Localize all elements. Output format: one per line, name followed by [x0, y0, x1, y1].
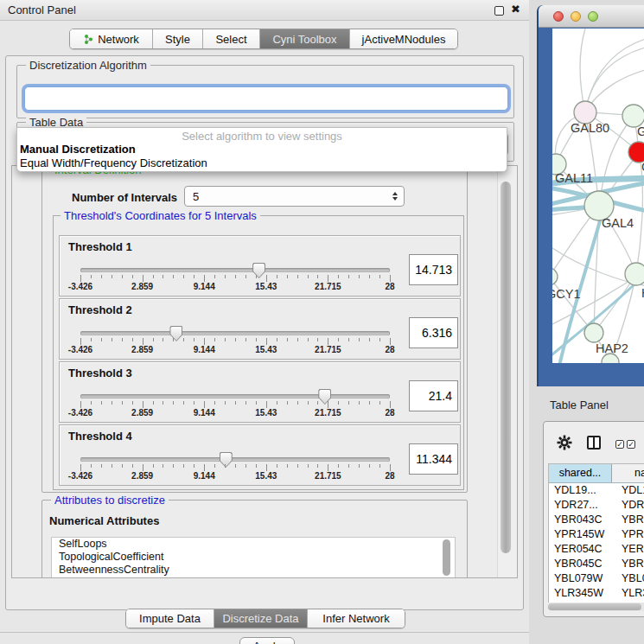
table-row[interactable]: YDL19...YDL1 [549, 483, 644, 498]
table-row[interactable]: YPR145WYPR1 [549, 527, 644, 542]
numerical-attributes-list[interactable]: SelfLoopsTopologicalCoefficientBetweenne… [51, 537, 456, 578]
minimize-traffic-light-icon[interactable] [571, 11, 581, 22]
float-window-icon[interactable] [494, 6, 504, 16]
bottom-tab-impute-data[interactable]: Impute Data [126, 609, 214, 628]
attribute-item-selfloops[interactable]: SelfLoops [52, 538, 455, 551]
cell-name[interactable]: YDL1 [612, 483, 644, 498]
cell-name[interactable]: YBR0 [612, 513, 644, 527]
settings-vertical-scrollbar-track[interactable] [497, 166, 518, 577]
close-traffic-light-icon[interactable] [553, 11, 564, 22]
algorithm-combobox[interactable] [24, 86, 508, 111]
cell-name[interactable]: YLR3 [612, 586, 644, 601]
network-node-label: GA [637, 124, 644, 138]
threshold-label: Threshold 2 [68, 303, 132, 316]
cell-shared-name[interactable]: YBR043C [549, 513, 612, 527]
checkbox-icon[interactable]: ✓ [627, 440, 635, 449]
slider-ticks [80, 338, 390, 345]
table-header-row: shared... na [549, 464, 644, 483]
slider-tick-labels: -3.4262.8599.14415.4321.71528 [80, 282, 390, 293]
threshold-slider[interactable] [80, 457, 390, 462]
network-node-hap2[interactable] [584, 323, 603, 342]
zoom-traffic-light-icon[interactable] [588, 11, 598, 22]
cell-name[interactable]: YDR2 [612, 498, 644, 513]
cell-shared-name[interactable]: YER054C [549, 542, 612, 557]
cell-shared-name[interactable]: YDR27... [549, 498, 612, 513]
split-columns-icon[interactable] [587, 436, 601, 450]
threshold-panel-3: Threshold 3-3.4262.8599.14415.4321.71528… [59, 361, 461, 423]
bottom-tab-infer-network[interactable]: Infer Network [308, 609, 405, 628]
network-icon [83, 34, 94, 45]
attributes-list-scrollbar[interactable] [443, 539, 450, 576]
cell-shared-name[interactable]: YBR045C [549, 557, 612, 571]
tab-label: Infer Network [322, 612, 389, 625]
tab-cyni-toolbox[interactable]: Cyni Toolbox [260, 29, 350, 48]
cell-shared-name[interactable]: YDL19... [549, 483, 612, 498]
threshold-label: Threshold 3 [68, 367, 132, 379]
threshold-value-field[interactable]: 6.316 [409, 317, 458, 348]
threshold-value-field[interactable]: 11.344 [409, 443, 458, 475]
threshold-slider[interactable] [80, 394, 390, 399]
threshold-slider[interactable] [80, 331, 390, 335]
tab-jactivemnodules[interactable]: jActiveMNodules [350, 29, 457, 48]
column-header-shared-name[interactable]: shared... [549, 464, 612, 482]
gear-icon[interactable] [557, 435, 572, 450]
network-node-gcy1[interactable] [552, 268, 558, 285]
cell-name[interactable]: YBR0 [612, 557, 644, 571]
attributes-group-title: Attributes to discretize [51, 494, 169, 507]
algorithm-popup-placeholder: Select algorithm to view settings [17, 128, 507, 143]
threshold-panel-1: Threshold 1-3.4262.8599.14415.4321.71528… [59, 235, 461, 296]
table-row[interactable]: YLR345WYLR3 [549, 586, 644, 601]
threshold-panel-2: Threshold 2-3.4262.8599.14415.4321.71528… [59, 298, 461, 360]
table-horizontal-scrollbar[interactable] [547, 603, 644, 611]
network-node-h[interactable] [625, 263, 644, 285]
cell-shared-name[interactable]: YPR145W [549, 527, 612, 542]
threshold-panel-4: Threshold 4-3.4262.8599.14415.4321.71528… [59, 424, 461, 486]
discretization-algorithm-group-title: Discretization Algorithm [26, 59, 150, 72]
tab-network[interactable]: Network [70, 29, 153, 48]
apply-button[interactable]: Apply [239, 637, 295, 644]
screen: Control Panel ✖ NetworkStyleSelectCyni T… [0, 0, 644, 644]
tab-select[interactable]: Select [203, 29, 260, 48]
close-icon[interactable]: ✖ [511, 3, 520, 16]
network-node-label: GAL80 [571, 121, 609, 135]
tab-label: Network [98, 33, 139, 46]
algorithm-option-manual-discretization[interactable]: Manual Discretization [17, 143, 507, 156]
algorithm-dropdown-popup: Select algorithm to view settings Manual… [16, 127, 507, 172]
tab-label: Style [165, 33, 190, 46]
number-of-intervals-combobox[interactable]: 5 [184, 186, 405, 207]
network-canvas[interactable]: GAL80GACGAL11GAL4GCY1HHAP2 [552, 29, 644, 363]
table-row[interactable]: YDR27...YDR2 [549, 498, 644, 513]
table-row[interactable]: YBR045CYBR0 [549, 557, 644, 571]
settings-vertical-scrollbar-thumb[interactable] [501, 182, 511, 553]
network-window-titlebar[interactable] [539, 5, 644, 28]
network-edge [585, 44, 644, 112]
threshold-value-field[interactable]: 14.713 [409, 254, 458, 285]
combo-spinner-icon [392, 192, 398, 201]
numerical-attributes-label: Numerical Attributes [49, 514, 159, 527]
attribute-item-betweennesscentrality[interactable]: BetweennessCentrality [52, 564, 455, 577]
tab-label: jActiveMNodules [362, 33, 446, 46]
column-header-name[interactable]: na [612, 464, 644, 482]
attribute-item-topologicalcoefficient[interactable]: TopologicalCoefficient [52, 551, 455, 564]
control-panel-title: Control Panel [8, 3, 76, 16]
table-horizontal-scrollbar-thumb[interactable] [548, 603, 641, 610]
cyni-bottom-tabbar: Impute DataDiscretize DataInfer Network [125, 609, 405, 628]
checkbox-icon[interactable]: ✓ [615, 440, 624, 449]
bottom-divider [0, 632, 529, 633]
network-node-label: GCY1 [552, 287, 581, 301]
settings-scroll-pane: Interval Definition Number of Intervals … [11, 165, 518, 578]
algorithm-option-equal-width-frequency-discretization[interactable]: Equal Width/Frequency Discretization [17, 156, 507, 170]
threshold-value-field[interactable]: 21.4 [409, 380, 458, 411]
cell-name[interactable]: YPR1 [612, 527, 644, 542]
table-row[interactable]: YBR043CYBR0 [549, 513, 644, 527]
tab-style[interactable]: Style [153, 29, 203, 48]
cell-name[interactable]: YER0 [612, 542, 644, 557]
threshold-slider[interactable] [80, 268, 390, 272]
table-row[interactable]: YER054CYER0 [549, 542, 644, 557]
bottom-tab-discretize-data[interactable]: Discretize Data [214, 609, 308, 628]
cell-shared-name[interactable]: YBL079W [549, 571, 612, 586]
cell-shared-name[interactable]: YLR345W [549, 586, 612, 601]
cell-name[interactable]: YBL0 [612, 571, 644, 586]
table-panel-title: Table Panel [550, 399, 609, 411]
table-row[interactable]: YBL079WYBL0 [549, 571, 644, 586]
